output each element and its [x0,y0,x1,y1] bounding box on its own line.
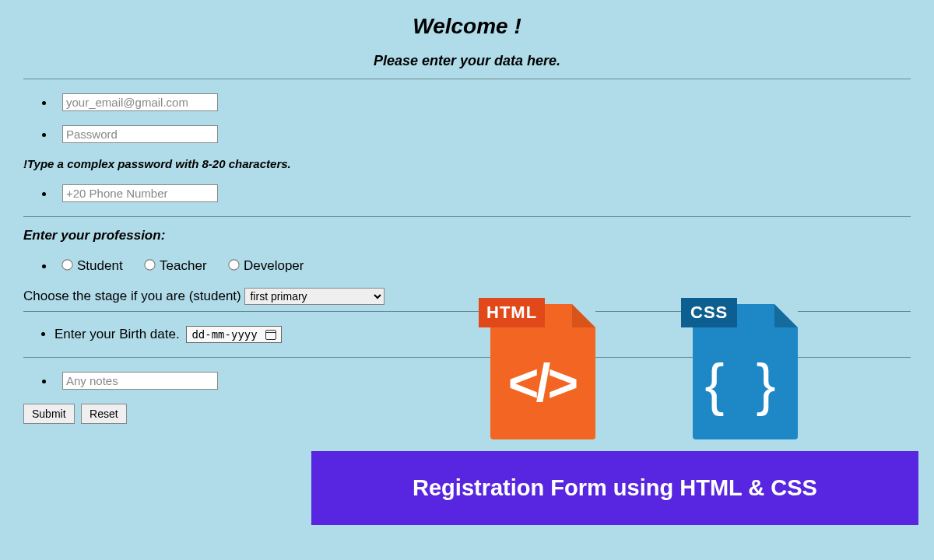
list-item [54,93,911,111]
html-symbol: </> [483,352,601,413]
stage-label: Choose the stage if you are (student) [23,289,241,303]
divider [23,79,911,79]
notes-input[interactable] [62,372,218,390]
birth-date-input[interactable]: dd-mm-yyyy [186,326,281,343]
calendar-icon[interactable] [265,330,276,340]
profession-heading: Enter your profession: [23,228,911,243]
stage-select[interactable]: first primary [244,288,384,305]
css-badge: CSS [681,298,737,327]
radio-developer-label: Developer [244,258,304,273]
date-placeholder: dd-mm-yyyy [191,328,257,341]
phone-input[interactable] [62,184,218,202]
html-badge: HTML [479,298,545,327]
radio-teacher-label: Teacher [160,258,206,273]
password-hint: !Type a complex password with 8-20 chara… [23,157,911,170]
radio-teacher[interactable] [144,259,155,270]
submit-button[interactable]: Submit [23,404,75,424]
password-input[interactable] [62,125,218,143]
html-file-icon: HTML </> [483,298,601,441]
radio-student-label: Student [77,258,123,273]
banner-text: Registration Form using HTML & CSS [413,475,817,501]
divider [23,216,911,217]
banner: Registration Form using HTML & CSS [311,451,918,525]
list-item [54,125,911,143]
reset-button[interactable]: Reset [81,404,127,424]
page-title: Welcome ! [23,14,911,39]
birth-label: Enter your Birth date. [54,327,180,341]
profession-radios: Student Teacher Developer [54,257,911,274]
page-subtitle: Please enter your data here. [23,53,911,69]
radio-developer[interactable] [228,259,239,270]
email-input[interactable] [62,93,218,111]
css-symbol: { } [685,351,803,418]
list-item [54,184,911,202]
radio-student[interactable] [61,259,72,270]
css-file-icon: CSS { } [685,298,803,441]
